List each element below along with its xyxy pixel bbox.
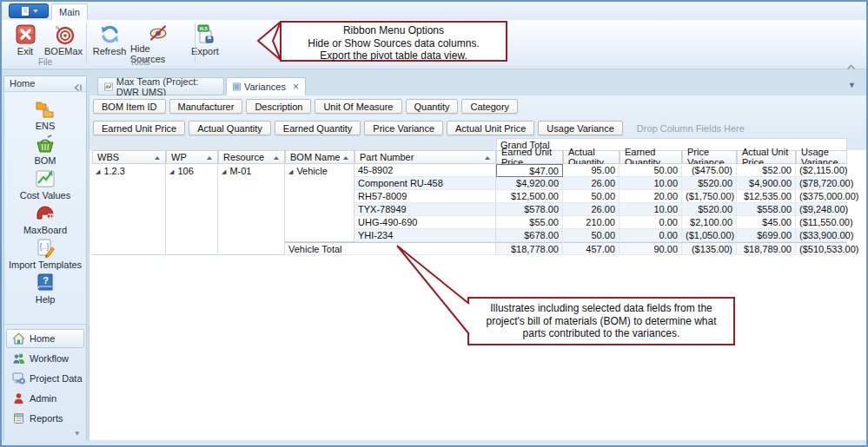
filter-field-quantity[interactable]: Quantity bbox=[406, 99, 459, 114]
value-header-actual-quantity[interactable]: Actual Quantity bbox=[563, 150, 620, 164]
data-field-earned-quantity[interactable]: Earned Quantity bbox=[275, 121, 361, 135]
value-cell[interactable]: 0.00 bbox=[620, 216, 682, 229]
data-field-actual-quantity[interactable]: Actual Quantity bbox=[189, 121, 271, 135]
data-field-earned-unit-price[interactable]: Earned Unit Price bbox=[93, 121, 185, 135]
filter-field-description[interactable]: Description bbox=[246, 99, 311, 114]
row-cell-wp[interactable]: ◢106 bbox=[166, 164, 218, 255]
sidebar-item-import-templates[interactable]: {..} Import Templates bbox=[4, 236, 86, 271]
expand-icon[interactable]: ◢ bbox=[288, 168, 293, 174]
sidebar-item-maxboard[interactable]: MaxBoard bbox=[4, 201, 86, 236]
data-field-usage-variance[interactable]: Usage Variance bbox=[538, 121, 622, 135]
ribbon-tab-main[interactable]: Main bbox=[51, 3, 88, 20]
value-header-actual-unit-price[interactable]: Actual Unit Price bbox=[737, 150, 796, 164]
sidebar-item-ens[interactable]: ENS bbox=[4, 97, 86, 132]
collapse-ribbon-button[interactable] bbox=[846, 58, 856, 74]
expand-icon[interactable]: ◢ bbox=[96, 168, 100, 174]
value-cell[interactable]: 26.00 bbox=[563, 203, 620, 216]
nav-item-project-data[interactable]: Project Data bbox=[6, 369, 84, 388]
value-cell[interactable]: 50.00 bbox=[620, 164, 682, 177]
column-header-wbs[interactable]: WBS bbox=[92, 150, 166, 164]
value-cell[interactable]: 0.00 bbox=[620, 229, 682, 242]
value-cell[interactable]: $2,100.00 bbox=[682, 216, 737, 229]
value-cell[interactable]: $45.00 bbox=[737, 216, 796, 229]
value-header-earned-unit-price[interactable]: Earned Unit Price bbox=[496, 150, 563, 164]
value-cell[interactable]: 210.00 bbox=[563, 216, 620, 229]
value-cell[interactable]: ($33,900.00) bbox=[796, 229, 847, 242]
value-cell[interactable]: 20.00 bbox=[620, 190, 682, 203]
row-cell-resource[interactable]: ◢M-01 bbox=[218, 164, 285, 255]
value-cell[interactable]: $558.00 bbox=[737, 203, 796, 216]
hide-sources-icon bbox=[147, 23, 169, 43]
application-menu-button[interactable] bbox=[9, 3, 49, 18]
value-cell[interactable]: $47.00 bbox=[496, 164, 563, 177]
sidebar-item-help[interactable]: ? Help bbox=[4, 271, 86, 306]
nav-item-workflow[interactable]: Workflow bbox=[6, 349, 84, 368]
sidebar-item-bom[interactable]: BOM bbox=[4, 132, 86, 167]
filter-field-category[interactable]: Category bbox=[461, 99, 518, 114]
part-number-cell[interactable]: UHG-490-690 bbox=[354, 216, 496, 229]
nav-pane-header[interactable]: Home bbox=[4, 76, 86, 92]
column-header-bom-name[interactable]: BOM Name bbox=[285, 150, 354, 164]
value-cell[interactable]: 10.00 bbox=[620, 203, 682, 216]
value-cell[interactable]: $4,920.00 bbox=[496, 177, 563, 190]
value-cell[interactable]: ($9,248.00) bbox=[796, 203, 847, 216]
value-cell[interactable]: ($78,720.00) bbox=[796, 177, 847, 190]
column-header-resource[interactable]: Resource bbox=[218, 150, 285, 164]
value-cell[interactable]: ($1,050.00) bbox=[682, 229, 737, 242]
value-cell[interactable]: $699.00 bbox=[737, 229, 796, 242]
value-cell[interactable]: ($375,000.00) bbox=[796, 190, 847, 203]
tab-list-dropdown-icon[interactable]: ▼ bbox=[848, 81, 856, 89]
expand-icon[interactable]: ◢ bbox=[222, 168, 226, 174]
tab-variances[interactable]: Variances × bbox=[226, 77, 306, 95]
value-cell[interactable]: $55.00 bbox=[496, 216, 563, 229]
tab-max-team[interactable]: Max Team (Project: DWR UMS) bbox=[97, 77, 224, 95]
value-cell[interactable]: $12,535.00 bbox=[737, 190, 796, 203]
nav-item-admin[interactable]: Admin bbox=[6, 389, 84, 408]
part-number-cell[interactable]: RH57-8009 bbox=[354, 190, 496, 203]
value-cell[interactable]: 95.00 bbox=[563, 164, 620, 177]
pivot-grid: BOM Item IDManufacturerDescriptionUnit O… bbox=[89, 95, 868, 442]
value-cell[interactable]: $4,900.00 bbox=[737, 177, 796, 190]
value-cell[interactable]: $520.00 bbox=[682, 177, 737, 190]
part-number-cell[interactable]: Component RU-458 bbox=[354, 177, 496, 190]
sidebar-item-cost-values[interactable]: Cost Values bbox=[4, 167, 86, 201]
value-cell[interactable]: $578.00 bbox=[496, 203, 563, 216]
filter-field-bom-item-id[interactable]: BOM Item ID bbox=[93, 99, 166, 114]
value-cell[interactable]: 10.00 bbox=[620, 177, 682, 190]
data-field-actual-unit-price[interactable]: Actual Unit Price bbox=[447, 121, 534, 135]
part-number-cell[interactable]: TYX-78949 bbox=[354, 203, 496, 216]
filter-field-unit-of-measure[interactable]: Unit Of Measure bbox=[315, 99, 401, 114]
value-cell[interactable]: 26.00 bbox=[563, 177, 620, 190]
row-cell-wbs[interactable]: ◢1.2.3 bbox=[92, 164, 166, 255]
collapse-pane-icon[interactable] bbox=[73, 80, 83, 95]
nav-item-home[interactable]: Home bbox=[6, 329, 84, 348]
nav-pane-splitter[interactable] bbox=[4, 324, 86, 325]
nav-item-reports[interactable]: Reports bbox=[6, 409, 84, 428]
value-cell[interactable]: ($1,750.00) bbox=[682, 190, 737, 203]
column-header-wp[interactable]: WP bbox=[166, 150, 218, 164]
nav-overflow-chevron[interactable]: ▾ bbox=[75, 429, 79, 437]
value-cell[interactable]: $520.00 bbox=[682, 203, 737, 216]
value-cell[interactable]: 50.00 bbox=[563, 190, 620, 203]
value-cell[interactable]: 50.00 bbox=[563, 229, 620, 242]
data-field-price-variance[interactable]: Price Variance bbox=[364, 121, 443, 135]
admin-icon bbox=[12, 392, 25, 404]
expand-icon[interactable]: ◢ bbox=[169, 168, 174, 174]
value-cell[interactable]: $12,500.00 bbox=[496, 190, 563, 203]
part-number-cell[interactable]: YHI-234 bbox=[354, 229, 496, 242]
value-cell[interactable]: ($11,550.00) bbox=[796, 216, 847, 229]
column-header-part-number[interactable]: Part Number bbox=[354, 150, 496, 164]
value-header-usage-variance[interactable]: Usage Variance bbox=[796, 150, 847, 164]
value-cell[interactable]: $678.00 bbox=[496, 229, 563, 242]
export-button[interactable]: XLS Export bbox=[188, 23, 222, 64]
value-cell[interactable]: $52.00 bbox=[737, 164, 796, 177]
value-cell[interactable]: ($475.00) bbox=[682, 164, 737, 177]
row-cell-bom-name[interactable]: ◢Vehicle bbox=[285, 164, 354, 242]
svg-text:XLS: XLS bbox=[199, 26, 208, 31]
value-cell[interactable]: ($2,115.00) bbox=[796, 164, 847, 177]
part-number-cell[interactable]: 45-8902 bbox=[354, 164, 496, 177]
filter-field-manufacturer[interactable]: Manufacturer bbox=[169, 99, 243, 114]
close-tab-icon[interactable]: × bbox=[293, 81, 299, 93]
value-header-earned-quantity[interactable]: Earned Quantity bbox=[620, 150, 682, 164]
value-header-price-variance[interactable]: Price Variance bbox=[682, 150, 737, 164]
